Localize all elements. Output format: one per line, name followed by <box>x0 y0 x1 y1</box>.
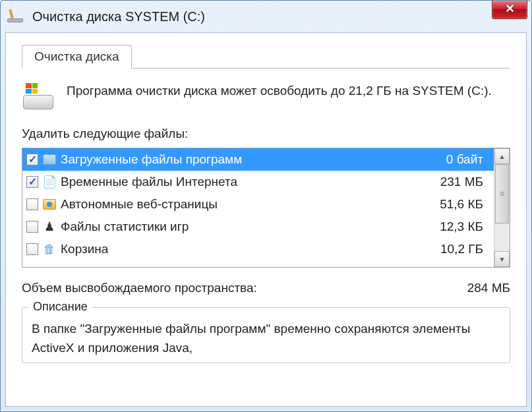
disk-cleanup-icon <box>7 9 26 24</box>
file-list-row[interactable]: ♟Файлы статистики игр12,3 КБ <box>22 216 494 238</box>
file-checkbox[interactable] <box>26 176 38 188</box>
list-label: Удалить следующие файлы: <box>22 127 510 141</box>
description-text: В папке "Загруженные файлы программ" вре… <box>32 320 500 357</box>
file-label: Файлы статистики игр <box>61 220 440 234</box>
titlebar: Очистка диска SYSTEM (C:) ✕ <box>1 1 531 32</box>
chess-icon: ♟ <box>44 220 55 234</box>
file-size: 0 байт <box>446 152 490 167</box>
file-label: Автономные веб-страницы <box>61 197 440 212</box>
file-checkbox[interactable] <box>26 243 38 255</box>
file-list-row[interactable]: 📄Временные файлы Интернета231 МБ <box>22 171 494 193</box>
file-size: 51,6 КБ <box>440 197 490 212</box>
tab-strip: Очистка диска <box>22 45 510 69</box>
file-size: 10,2 ГБ <box>440 242 490 256</box>
window-title: Очистка диска SYSTEM (C:) <box>32 9 205 24</box>
ie-file-icon: 📄 <box>42 175 57 189</box>
file-list: Загруженные файлы программ0 байт📄Временн… <box>22 148 510 268</box>
info-text: Программа очистки диска может освободить… <box>67 82 492 101</box>
dialog-content: Очистка диска Программа очистки диска мо… <box>5 32 527 407</box>
file-size: 231 МБ <box>440 175 490 189</box>
summary-row: Объем высвобождаемого пространства: 284 … <box>22 281 510 295</box>
folder-icon <box>43 154 56 165</box>
file-list-row[interactable]: 🗑Корзина10,2 ГБ <box>22 238 494 260</box>
tab-cleanup[interactable]: Очистка диска <box>22 45 132 69</box>
description-group: Описание В папке "Загруженные файлы прог… <box>22 307 510 363</box>
scrollbar[interactable]: ▲ ▼ <box>494 148 510 267</box>
info-row: Программа очистки диска может освободить… <box>22 82 510 111</box>
file-checkbox[interactable] <box>26 221 38 233</box>
file-checkbox[interactable] <box>26 198 38 210</box>
summary-label: Объем высвобождаемого пространства: <box>22 281 257 295</box>
file-list-body[interactable]: Загруженные файлы программ0 байт📄Временн… <box>22 148 494 267</box>
file-list-row[interactable]: Загруженные файлы программ0 байт <box>22 148 494 171</box>
close-button[interactable]: ✕ <box>492 1 527 19</box>
scroll-thumb[interactable] <box>495 164 509 223</box>
file-label: Временные файлы Интернета <box>61 175 440 189</box>
scroll-up-button[interactable]: ▲ <box>494 148 510 164</box>
disk-cleanup-window: Очистка диска SYSTEM (C:) ✕ Очистка диск… <box>0 0 532 412</box>
scroll-track[interactable] <box>494 164 510 251</box>
file-list-row[interactable]: Автономные веб-страницы51,6 КБ <box>22 193 494 216</box>
recycle-bin-icon: 🗑 <box>44 243 55 256</box>
web-folder-icon <box>43 199 56 210</box>
file-checkbox[interactable] <box>26 154 38 165</box>
drive-icon <box>22 82 56 111</box>
file-label: Корзина <box>61 242 440 256</box>
description-legend: Описание <box>29 300 92 314</box>
scroll-down-button[interactable]: ▼ <box>494 251 510 267</box>
file-label: Загруженные файлы программ <box>61 152 446 167</box>
summary-value: 284 МБ <box>467 281 510 295</box>
file-size: 12,3 КБ <box>440 220 490 234</box>
